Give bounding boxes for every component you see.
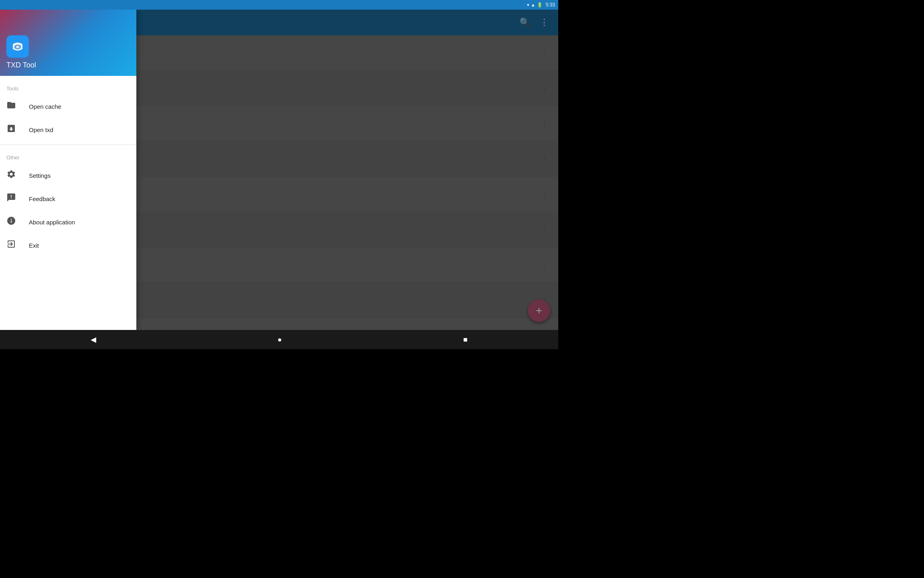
sidebar-item-label: Open txd — [29, 126, 53, 133]
drawer-header: TXD Tool — [0, 10, 136, 76]
sidebar-item-exit[interactable]: Exit — [0, 234, 136, 257]
nav-bar: ◀ ● ■ — [0, 330, 558, 349]
back-button[interactable]: ◀ — [75, 332, 112, 347]
sidebar-item-feedback[interactable]: Feedback — [0, 187, 136, 210]
sidebar-item-label: Exit — [29, 242, 39, 249]
sidebar-item-label: Open cache — [29, 103, 61, 110]
signal-icon: ▲ — [531, 2, 535, 7]
folder-icon — [6, 100, 16, 112]
info-icon — [6, 216, 16, 228]
status-bar: ▾ ▲ 🔋 5:33 — [0, 0, 558, 10]
feedback-icon — [6, 193, 16, 205]
recent-button[interactable]: ■ — [447, 332, 484, 347]
wifi-icon: ▾ — [527, 2, 529, 8]
sidebar-item-label: Feedback — [29, 195, 55, 202]
app-icon-wrapper — [6, 35, 130, 58]
drawer-content: Tools Open cache Open txd Other — [0, 76, 136, 330]
sidebar-item-about[interactable]: About application — [0, 210, 136, 234]
exit-icon — [6, 239, 16, 251]
status-icons: ▾ ▲ 🔋 5:33 — [527, 2, 555, 8]
app-icon — [6, 35, 29, 58]
home-button[interactable]: ● — [261, 332, 298, 347]
divider — [0, 144, 136, 145]
sidebar-item-settings[interactable]: Settings — [0, 164, 136, 187]
sidebar-item-label: Settings — [29, 172, 51, 179]
section-label-other: Other — [0, 148, 136, 164]
drawer-app-title: TXD Tool — [6, 61, 130, 69]
status-time: 5:33 — [546, 2, 555, 8]
battery-icon: 🔋 — [537, 2, 543, 8]
navigation-drawer: TXD Tool Tools Open cache Open txd Other — [0, 10, 136, 330]
download-box-icon — [6, 124, 16, 136]
sidebar-item-label: About application — [29, 219, 75, 226]
settings-icon — [6, 169, 16, 181]
sidebar-item-open-txd[interactable]: Open txd — [0, 118, 136, 141]
app-logo — [10, 39, 26, 55]
section-label-tools: Tools — [0, 79, 136, 95]
sidebar-item-open-cache[interactable]: Open cache — [0, 95, 136, 118]
